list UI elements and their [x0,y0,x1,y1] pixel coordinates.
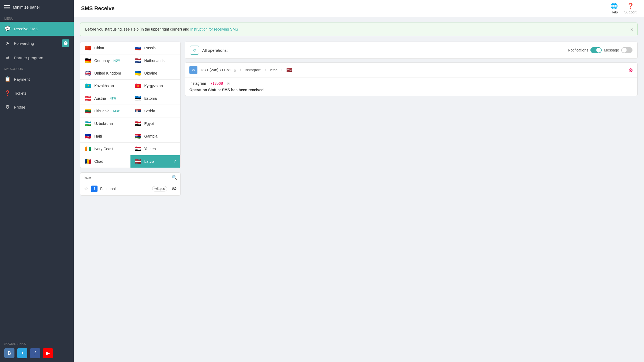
forward-icon: ➤ [4,40,11,46]
payment-icon: 📋 [4,76,11,82]
country-haiti[interactable]: 🇭🇹 Haiti [80,130,130,143]
help-button[interactable]: 🌐 Help [611,3,618,14]
country-label: Netherlands [144,58,165,63]
sidebar: Minimize panel MENU 💬 Receive SMS ➤ Forw… [0,0,74,362]
minimize-panel-button[interactable]: Minimize panel [0,0,74,14]
sidebar-item-partner-program[interactable]: ₽ Partner program [0,51,74,65]
country-estonia[interactable]: 🇪🇪 Estonia [130,92,181,105]
country-gambia[interactable]: 🇬🇲 Gambia [130,130,181,143]
country-grid: 🇨🇳 China 🇷🇺 Russia 🇩🇪 Germany NEW 🇳🇱 [80,42,181,168]
help-globe-icon: 🌐 [611,3,618,10]
country-label: Estonia [144,96,157,101]
country-kazakhstan[interactable]: 🇰🇿 Kazakhstan [80,80,130,92]
country-ukraine[interactable]: 🇺🇦 Ukraine [130,67,181,80]
country-egypt[interactable]: 🇪🇬 Egypt [130,117,181,130]
info-alert: Before you start using, see Help (in the… [80,23,638,36]
country-china[interactable]: 🇨🇳 China [80,42,130,54]
page-content: Before you start using, see Help (in the… [74,17,644,362]
operations-header: ↻ All operations: Notifications Message [185,42,638,59]
right-panel: ↻ All operations: Notifications Message … [185,42,638,196]
country-ivory-coast[interactable]: 🇨🇮 Ivory Coast [80,143,130,155]
telegram-icon[interactable]: ✈ [17,348,27,358]
copy-phone-icon[interactable]: ⎘ [234,68,236,72]
sidebar-item-label: Partner program [14,56,43,60]
support-button[interactable]: ❓ Support [624,3,636,14]
sidebar-item-tickets[interactable]: ❓ Tickets [0,86,74,100]
country-kyrgyzstan[interactable]: 🇰🇬 Kyrgyzstan [130,80,181,92]
netherlands-flag: 🇳🇱 [134,57,142,64]
new-badge: NEW [110,97,116,100]
message-label: Message [604,48,619,52]
sms-close-button[interactable]: ⊗ [628,67,633,73]
country-netherlands[interactable]: 🇳🇱 Netherlands [130,54,181,67]
country-united-kingdom[interactable]: 🇬🇧 United Kingdom [80,67,130,80]
country-austria[interactable]: 🇦🇹 Austria NEW [80,92,130,105]
country-uzbekistan[interactable]: 🇺🇿 Uzbekistan [80,117,130,130]
profile-icon: ⚙ [4,104,11,110]
country-label: Kazakhstan [94,84,114,88]
sidebar-item-profile[interactable]: ⚙ Profile [0,100,74,114]
notifications-toggle[interactable] [590,47,602,53]
alert-link[interactable]: Instruction for receiving SMS [190,27,238,31]
germany-flag: 🇩🇪 [84,57,92,64]
country-russia[interactable]: 🇷🇺 Russia [130,42,181,54]
new-badge: NEW [114,59,120,62]
sms-body-service-label: Instagram [189,81,206,86]
sms-country-flag: 🇱🇻 [286,67,292,73]
facebook-icon[interactable]: f [30,348,40,358]
sms-code: 713568 [210,81,223,86]
country-label: Russia [144,46,156,50]
search-input[interactable] [84,175,172,180]
main-content: SMS Receive 🌐 Help ❓ Support Before you … [74,0,644,362]
country-label: Ukraine [144,71,157,75]
forwarding-badge [62,39,69,47]
vk-icon[interactable]: В [4,348,14,358]
status-label: Operation Status: SMS has been received [189,88,264,92]
service-panel: 🔍 ☆ f Facebook ≈61pcs 8₽ [80,172,181,196]
sms-body: Instagram 713568 ⎘ Operation Status: SMS… [185,77,637,96]
kazakhstan-flag: 🇰🇿 [84,83,92,89]
alert-text: Before you start using, see Help (in the… [85,27,190,31]
country-label: China [94,46,104,50]
country-lithuania[interactable]: 🇱🇹 Lithuania NEW [80,105,130,117]
alert-close-button[interactable]: ✕ [630,27,634,33]
country-yemen[interactable]: 🇾🇪 Yemen [130,143,181,155]
message-toggle[interactable] [621,47,632,53]
country-label: Germany [94,58,110,63]
copy-code-icon[interactable]: ⎘ [227,81,229,86]
lithuania-flag: 🇱🇹 [84,108,92,114]
country-label: Egypt [144,121,154,126]
service-price: 8₽ [172,187,177,191]
sidebar-item-label: Payment [14,77,30,82]
sidebar-item-payment[interactable]: 📋 Payment [0,72,74,86]
country-serbia[interactable]: 🇷🇸 Serbia [130,105,181,117]
country-label: Lithuania [94,109,110,113]
sidebar-item-forwarding[interactable]: ➤ Forwarding [0,36,74,51]
country-germany[interactable]: 🇩🇪 Germany NEW [80,54,130,67]
service-facebook[interactable]: ☆ f Facebook ≈61pcs 8₽ [80,182,180,195]
country-label: Yemen [144,147,156,151]
youtube-icon[interactable]: ▶ [43,348,53,358]
sidebar-item-receive-sms[interactable]: 💬 Receive SMS [0,22,74,36]
kyrgyzstan-flag: 🇰🇬 [134,83,142,89]
left-panel: 🇨🇳 China 🇷🇺 Russia 🇩🇪 Germany NEW 🇳🇱 [80,42,181,196]
country-latvia[interactable]: 🇱🇻 Latvia ✓ [130,155,181,168]
tickets-icon: ❓ [4,90,11,96]
serbia-flag: 🇷🇸 [134,108,142,114]
country-chad[interactable]: 🇹🇩 Chad [80,155,130,168]
refresh-button[interactable]: ↻ [190,46,199,55]
gambia-flag: 🇬🇲 [134,133,142,139]
sidebar-item-label: Profile [14,105,25,109]
main-grid: 🇨🇳 China 🇷🇺 Russia 🇩🇪 Germany NEW 🇳🇱 [80,42,638,196]
ukraine-flag: 🇺🇦 [134,70,142,76]
sms-code-row: Instagram 713568 ⎘ [189,81,633,86]
chat-icon: 💬 [4,25,11,32]
support-icon: ❓ [627,3,634,10]
sms-card: ✉ +371 (248) 711-51 ⎘ • Instagram • 6:55… [185,62,638,96]
page-title: SMS Receive [81,5,115,12]
country-label: Haiti [94,134,102,138]
service-name: Facebook [100,187,149,191]
star-icon[interactable]: ☆ [84,186,88,192]
country-label: Uzbekistan [94,121,113,126]
topbar-actions: 🌐 Help ❓ Support [611,3,636,14]
